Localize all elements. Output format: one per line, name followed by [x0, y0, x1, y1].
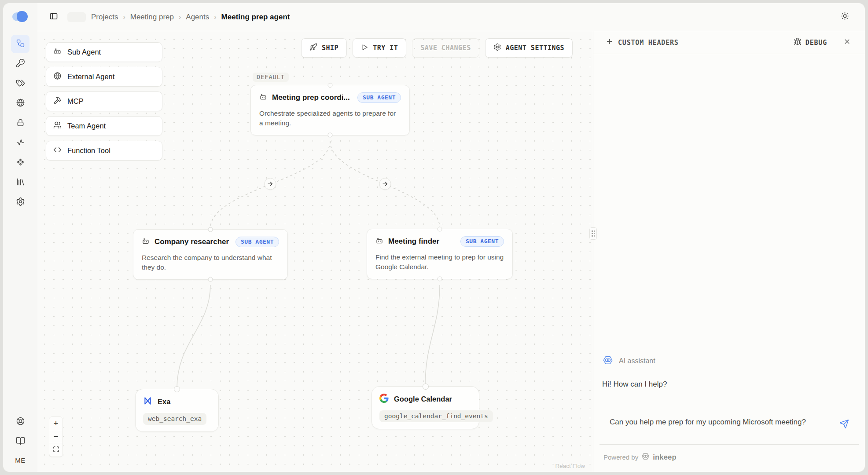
- diamond-shapes-icon: [16, 157, 25, 168]
- breadcrumb-projects[interactable]: Projects: [91, 13, 118, 22]
- react-flow-attribution[interactable]: React Flow: [555, 463, 585, 469]
- node-handle-top[interactable]: [208, 227, 213, 232]
- theme-toggle-button[interactable]: [837, 9, 853, 25]
- inkeep-assistant-icon: [603, 355, 613, 367]
- breadcrumb-separator: ›: [214, 13, 216, 21]
- sub-agent-badge: SUB AGENT: [460, 236, 504, 247]
- code-icon: [53, 146, 62, 156]
- panel-resize-handle[interactable]: [589, 227, 597, 240]
- chat-input-container: Can you help me prep for my upcoming Mic…: [600, 409, 859, 445]
- ship-button-label: SHIP: [322, 44, 338, 52]
- activity-icon: [16, 138, 25, 149]
- node-handle-bottom[interactable]: [208, 277, 213, 281]
- sidebar-item-components[interactable]: [11, 153, 29, 172]
- sidebar-item-credentials[interactable]: [11, 74, 29, 93]
- tool-id-tag: google_calendar_find_events: [379, 410, 493, 422]
- breadcrumb-current: Meeting prep agent: [221, 13, 290, 22]
- bot-icon: [142, 237, 150, 247]
- fit-view-icon: [53, 445, 59, 455]
- zoom-in-button[interactable]: +: [49, 417, 63, 430]
- agent-settings-button[interactable]: AGENT SETTINGS: [485, 38, 573, 58]
- node-handle-bottom[interactable]: [328, 132, 333, 137]
- palette-item-sub-agent[interactable]: Sub Agent: [46, 42, 162, 62]
- sidebar-toggle-button[interactable]: [46, 10, 61, 25]
- bot-icon: [375, 237, 383, 246]
- panel-left-icon: [49, 12, 58, 22]
- flow-canvas[interactable]: Sub Agent External Agent MCP Team Agent: [37, 31, 593, 472]
- palette-item-function-tool[interactable]: Function Tool: [46, 141, 162, 161]
- node-description: Find the external meeting to prep for us…: [375, 252, 504, 272]
- node-meeting-prep-coordinator[interactable]: DEFAULT Meeting prep coordi... SUB AGENT…: [250, 85, 410, 135]
- node-google-calendar-tool[interactable]: Google Calendar google_calendar_find_eve…: [371, 386, 479, 429]
- sidebar-item-agents[interactable]: [11, 35, 29, 53]
- assistant-panel-body: AI assistant Hi! How can I help? Can you…: [593, 54, 865, 472]
- node-handle-top[interactable]: [328, 83, 333, 88]
- node-handle-top[interactable]: [438, 227, 442, 232]
- google-logo-icon: [379, 394, 389, 405]
- bug-icon: [794, 38, 802, 48]
- assistant-panel-header: CUSTOM HEADERS DEBUG: [593, 31, 865, 54]
- library-icon: [16, 177, 25, 188]
- sub-agent-badge: SUB AGENT: [357, 92, 401, 103]
- sidebar-item-help[interactable]: [11, 413, 29, 431]
- debug-label: DEBUG: [805, 39, 827, 47]
- node-title: Exa: [158, 398, 170, 406]
- chat-input[interactable]: Can you help me prep for my upcoming Mic…: [610, 417, 821, 428]
- globe-icon: [16, 98, 25, 109]
- top-header: Projects › Meeting prep › Agents › Meeti…: [37, 3, 865, 31]
- node-title: Meeting prep coordi...: [272, 93, 353, 102]
- debug-button[interactable]: DEBUG: [794, 38, 827, 48]
- breadcrumb-project-name[interactable]: Meeting prep: [130, 13, 174, 22]
- exa-logo-icon: [143, 396, 152, 407]
- add-custom-headers-button[interactable]: CUSTOM HEADERS: [606, 38, 679, 47]
- palette-item-team-agent[interactable]: Team Agent: [46, 116, 162, 136]
- save-changes-button-label: SAVE CHANGES: [420, 44, 471, 52]
- hammer-icon: [53, 96, 62, 106]
- assistant-name: AI assistant: [619, 357, 655, 365]
- try-it-button[interactable]: TRY IT: [353, 38, 406, 58]
- node-handle-top[interactable]: [423, 384, 429, 390]
- sidebar-item-library[interactable]: [11, 173, 29, 192]
- send-message-button[interactable]: [837, 417, 852, 432]
- rocket-icon: [309, 43, 317, 53]
- breadcrumb-agents[interactable]: Agents: [186, 13, 209, 22]
- gear-icon: [493, 43, 501, 53]
- sidebar-item-settings[interactable]: [11, 193, 29, 212]
- node-company-researcher[interactable]: Company researcher SUB AGENT Research th…: [133, 229, 288, 280]
- plus-icon: [606, 38, 613, 47]
- node-description: Research the company to understand what …: [142, 253, 279, 273]
- node-handle-top[interactable]: [174, 386, 180, 392]
- fit-view-button[interactable]: [49, 443, 63, 457]
- users-icon: [53, 121, 62, 131]
- globe-icon: [53, 72, 62, 82]
- zoom-out-button[interactable]: −: [49, 430, 63, 443]
- node-title: Company researcher: [154, 238, 231, 246]
- agent-settings-button-label: AGENT SETTINGS: [506, 44, 564, 52]
- node-palette: Sub Agent External Agent MCP Team Agent: [46, 42, 162, 161]
- palette-item-external-agent[interactable]: External Agent: [46, 67, 162, 87]
- sidebar-item-activity[interactable]: [11, 134, 29, 152]
- sub-agent-badge: SUB AGENT: [235, 237, 279, 247]
- breadcrumb: Projects › Meeting prep › Agents › Meeti…: [91, 13, 290, 22]
- sidebar-item-api-keys[interactable]: [11, 55, 29, 73]
- icon-rail: ME: [3, 3, 37, 472]
- app-frame: ME Projects › Meeting prep › Agents › Me…: [3, 3, 865, 472]
- powered-by-row[interactable]: Powered by inkeep: [593, 445, 865, 472]
- node-meeting-finder[interactable]: Meeting finder SUB AGENT Find the extern…: [367, 229, 513, 279]
- node-exa-tool[interactable]: Exa web_search_exa: [135, 389, 219, 432]
- sidebar-item-external[interactable]: [11, 94, 29, 113]
- close-panel-button[interactable]: [840, 36, 853, 49]
- palette-item-label: External Agent: [67, 73, 114, 81]
- user-avatar[interactable]: ME: [15, 457, 26, 464]
- node-handle-bottom[interactable]: [438, 276, 442, 281]
- assistant-header-row: AI assistant: [593, 355, 865, 367]
- palette-item-mcp[interactable]: MCP: [46, 91, 162, 111]
- ship-button[interactable]: SHIP: [301, 38, 347, 58]
- save-changes-button[interactable]: SAVE CHANGES: [412, 38, 479, 58]
- sidebar-item-docs[interactable]: [11, 432, 29, 451]
- book-open-icon: [16, 436, 25, 447]
- breadcrumb-chip: [67, 12, 86, 22]
- node-title: Meeting finder: [388, 237, 456, 246]
- assistant-greeting: Hi! How can I help?: [593, 380, 865, 389]
- sidebar-item-security[interactable]: [11, 114, 29, 132]
